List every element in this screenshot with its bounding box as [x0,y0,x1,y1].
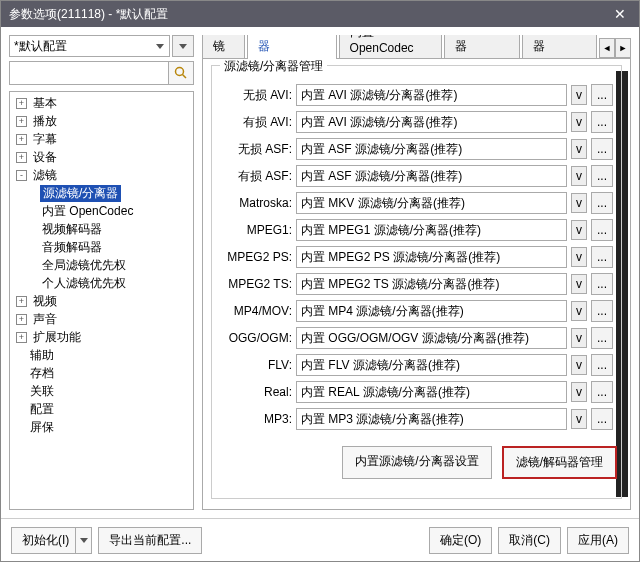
chevron-down-icon[interactable]: v [571,85,587,105]
chevron-down-icon[interactable]: v [571,220,587,240]
tree-item[interactable]: +声音 [10,310,193,328]
expand-icon[interactable]: + [16,134,27,145]
export-button[interactable]: 导出当前配置... [98,527,202,554]
expand-icon[interactable]: + [16,116,27,127]
expand-icon[interactable]: + [16,296,27,307]
tree-item[interactable]: +字幕 [10,130,193,148]
filter-select[interactable]: 内置 MP4 源滤镜/分离器(推荐) [296,300,567,322]
chevron-down-icon[interactable]: v [571,247,587,267]
tree-item[interactable]: 辅助 [10,346,193,364]
filter-row: MP4/MOV:内置 MP4 源滤镜/分离器(推荐)v... [220,300,613,322]
expand-icon[interactable]: + [16,98,27,109]
more-button[interactable]: ... [591,408,613,430]
filter-select-value: 内置 MPEG2 PS 源滤镜/分离器(推荐) [301,249,500,266]
search-button[interactable] [169,61,194,85]
chevron-down-icon[interactable]: v [571,301,587,321]
more-button[interactable]: ... [591,300,613,322]
filter-select[interactable]: 内置 ASF 源滤镜/分离器(推荐) [296,165,567,187]
more-button[interactable]: ... [591,327,613,349]
tree-item[interactable]: +播放 [10,112,193,130]
tab[interactable]: 源滤镜/分离器 [247,35,336,59]
chevron-down-icon[interactable]: v [571,193,587,213]
tree-item[interactable]: 存档 [10,364,193,382]
expand-icon[interactable]: + [16,314,27,325]
filter-select-value: 内置 MP4 源滤镜/分离器(推荐) [301,303,464,320]
ok-button[interactable]: 确定(O) [429,527,492,554]
filter-select[interactable]: 内置 MP3 源滤镜/分离器(推荐) [296,408,567,430]
more-button[interactable]: ... [591,165,613,187]
cancel-button[interactable]: 取消(C) [498,527,561,554]
more-button[interactable]: ... [591,246,613,268]
row-label: MPEG2 TS: [220,277,292,291]
tree-item[interactable]: 视频解码器 [10,220,193,238]
tab[interactable]: 视频解码器 [444,35,519,58]
tree-item[interactable]: 全局滤镜优先权 [10,256,193,274]
tree-item[interactable]: 音频解码器 [10,238,193,256]
tree-item[interactable]: +基本 [10,94,193,112]
tab[interactable]: 音频解码器 [522,35,597,58]
row-label: FLV: [220,358,292,372]
filter-select[interactable]: 内置 MPEG2 PS 源滤镜/分离器(推荐) [296,246,567,268]
chevron-down-icon[interactable]: v [571,139,587,159]
chevron-down-icon[interactable]: v [571,274,587,294]
more-button[interactable]: ... [591,354,613,376]
filter-select[interactable]: 内置 AVI 源滤镜/分离器(推荐) [296,111,567,133]
tree-item[interactable]: 配置 [10,400,193,418]
tree-item[interactable]: +扩展功能 [10,328,193,346]
collapse-icon[interactable]: - [16,170,27,181]
tree-item[interactable]: 内置 OpenCodec [10,202,193,220]
row-label: Matroska: [220,196,292,210]
inner-settings-button[interactable]: 内置源滤镜/分离器设置 [342,446,491,479]
filter-select-value: 内置 OGG/OGM/OGV 源滤镜/分离器(推荐) [301,330,529,347]
tree-item[interactable]: +视频 [10,292,193,310]
tree-item[interactable]: 个人滤镜优先权 [10,274,193,292]
config-select-value: *默认配置 [14,38,67,55]
chevron-down-icon[interactable]: v [571,328,587,348]
row-label: MPEG1: [220,223,292,237]
filter-select[interactable]: 内置 REAL 源滤镜/分离器(推荐) [296,381,567,403]
chevron-down-icon[interactable]: v [571,112,587,132]
filter-select[interactable]: 内置 OGG/OGM/OGV 源滤镜/分离器(推荐) [296,327,567,349]
chevron-down-icon[interactable]: v [571,166,587,186]
apply-button[interactable]: 应用(A) [567,527,629,554]
chevron-down-icon[interactable]: v [571,409,587,429]
filter-select[interactable]: 内置 AVI 源滤镜/分离器(推荐) [296,84,567,106]
tree-item[interactable]: 屏保 [10,418,193,436]
category-tree[interactable]: +基本+播放+字幕+设备-滤镜源滤镜/分离器内置 OpenCodec视频解码器音… [9,91,194,510]
tree-item[interactable]: 源滤镜/分离器 [10,184,193,202]
tab-prev-button[interactable]: ◄ [599,38,615,58]
init-button[interactable]: 初始化(I) [11,527,92,554]
expand-icon[interactable]: + [16,152,27,163]
more-button[interactable]: ... [591,84,613,106]
tab[interactable]: 滤镜 [202,35,245,58]
chevron-down-icon[interactable]: v [571,382,587,402]
more-button[interactable]: ... [591,273,613,295]
close-icon[interactable]: ✕ [605,4,635,24]
filter-select[interactable]: 内置 MPEG2 TS 源滤镜/分离器(推荐) [296,273,567,295]
tab-next-button[interactable]: ► [615,38,631,58]
filter-decoder-mgmt-button[interactable]: 滤镜/解码器管理 [502,446,617,479]
expand-icon[interactable]: + [16,332,27,343]
chevron-down-icon[interactable]: v [571,355,587,375]
tree-item[interactable]: +设备 [10,148,193,166]
more-button[interactable]: ... [591,381,613,403]
more-button[interactable]: ... [591,111,613,133]
tree-item[interactable]: 关联 [10,382,193,400]
tab[interactable]: 内置 OpenCodec [339,35,442,58]
more-button[interactable]: ... [591,219,613,241]
filter-select[interactable]: 内置 MPEG1 源滤镜/分离器(推荐) [296,219,567,241]
tree-item-label: 扩展功能 [31,329,83,346]
search-input[interactable] [9,61,169,85]
more-button[interactable]: ... [591,192,613,214]
filter-row: 有损 ASF:内置 ASF 源滤镜/分离器(推荐)v... [220,165,613,187]
filter-select-value: 内置 MKV 源滤镜/分离器(推荐) [301,195,465,212]
config-select[interactable]: *默认配置 [9,35,170,57]
filter-select[interactable]: 内置 FLV 源滤镜/分离器(推荐) [296,354,567,376]
more-button[interactable]: ... [591,138,613,160]
filter-select[interactable]: 内置 ASF 源滤镜/分离器(推荐) [296,138,567,160]
row-label: Real: [220,385,292,399]
row-label: OGG/OGM: [220,331,292,345]
filter-select[interactable]: 内置 MKV 源滤镜/分离器(推荐) [296,192,567,214]
tree-item[interactable]: -滤镜 [10,166,193,184]
config-menu-button[interactable] [172,35,194,57]
